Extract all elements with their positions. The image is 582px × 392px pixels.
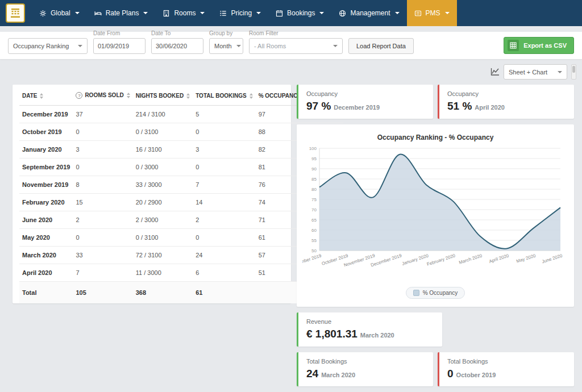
scrollbar[interactable] bbox=[571, 64, 576, 80]
group-by-field: Group by Month bbox=[209, 30, 243, 54]
card-title: Revenue bbox=[306, 318, 434, 325]
cell-date: March 2020 bbox=[19, 247, 73, 264]
cell-rooms_sold: 37 bbox=[73, 106, 132, 123]
cell-date: January 2020 bbox=[19, 141, 73, 159]
cell-date: October 2019 bbox=[19, 123, 73, 141]
chart-legend[interactable]: % Occupancy bbox=[406, 287, 465, 299]
cell-total_bookings: 0 bbox=[193, 159, 255, 176]
cell-rooms_sold: 0 bbox=[73, 229, 132, 247]
date-from-field: Date From bbox=[93, 30, 146, 54]
gears-icon bbox=[39, 10, 47, 17]
column-header-total-bookings[interactable]: TOTAL BOOKINGS bbox=[193, 86, 255, 106]
chart-line-icon bbox=[490, 68, 500, 76]
card-period: October 2019 bbox=[456, 372, 496, 378]
cell-nights_booked: 214 / 3100 bbox=[133, 106, 193, 123]
card-value: 51 % bbox=[447, 100, 472, 112]
cell-date: February 2020 bbox=[19, 194, 73, 211]
nav-item-rate-plans[interactable]: Rate Plans bbox=[87, 0, 156, 26]
date-from-input[interactable] bbox=[93, 38, 146, 54]
date-to-input[interactable] bbox=[151, 38, 203, 54]
revenue-cards-row: Revenue € 1,801.31March 2020 bbox=[297, 312, 574, 347]
column-header-label: % OCCUPANCY bbox=[259, 93, 301, 99]
nav-item-pms[interactable]: PMS bbox=[407, 0, 457, 26]
nav-item-management[interactable]: Management bbox=[331, 0, 406, 26]
export-csv-button[interactable]: Export as CSV bbox=[504, 37, 574, 54]
report-type-select[interactable]: Occupancy Ranking bbox=[8, 38, 88, 54]
nav-item-pricing[interactable]: Pricing bbox=[212, 0, 268, 26]
cell-total_bookings: 5 bbox=[193, 106, 255, 123]
cell-total_bookings: 0 bbox=[193, 123, 255, 141]
table-row: November 2019833 / 3000776€ 325.42 bbox=[19, 176, 343, 194]
cell-date: April 2020 bbox=[19, 264, 73, 282]
nav-item-rooms[interactable]: Rooms bbox=[155, 0, 212, 26]
column-header-nights-booked[interactable]: NIGHTS BOOKED bbox=[133, 86, 193, 106]
group-by-label: Group by bbox=[209, 30, 243, 36]
date-from-label: Date From bbox=[93, 30, 146, 36]
svg-text:90: 90 bbox=[311, 166, 317, 172]
cell-nights_booked: 16 / 3100 bbox=[133, 141, 193, 159]
table-row: June 202022 / 3000271€ 100.00 bbox=[19, 211, 343, 229]
help-icon[interactable]: ? bbox=[76, 92, 82, 99]
cell-nights_booked: 0 / 3100 bbox=[133, 123, 193, 141]
table-row: April 2020711 / 3000651€ 969.13 bbox=[19, 264, 343, 282]
card-title: Occupancy bbox=[306, 90, 425, 97]
column-header-label: DATE bbox=[22, 93, 37, 99]
svg-text:May 2020: May 2020 bbox=[516, 253, 537, 264]
cell-nights_booked: 0 / 3100 bbox=[133, 229, 193, 247]
chevron-down-icon bbox=[236, 45, 241, 47]
cell-rooms_sold: 0 bbox=[73, 159, 132, 176]
total-rooms_sold: 105 bbox=[73, 282, 132, 304]
column-header-label: NIGHTS BOOKED bbox=[136, 93, 184, 99]
cell-nights_booked: 2 / 3000 bbox=[133, 211, 193, 229]
nav-item-global[interactable]: Global bbox=[32, 0, 87, 26]
view-mode-select[interactable]: Sheet + Chart bbox=[504, 64, 567, 80]
cell-rooms_sold: 8 bbox=[73, 176, 132, 194]
load-report-button[interactable]: Load Report Data bbox=[348, 38, 414, 54]
sort-icon bbox=[127, 93, 130, 98]
chevron-down-icon bbox=[395, 12, 400, 14]
nav-item-label: Rate Plans bbox=[106, 9, 139, 17]
cell-date: May 2020 bbox=[19, 229, 73, 247]
export-csv-label: Export as CSV bbox=[523, 42, 567, 49]
cell-total_bookings: 7 bbox=[193, 176, 255, 194]
svg-text:65: 65 bbox=[311, 218, 317, 223]
svg-text:95: 95 bbox=[311, 156, 317, 161]
svg-text:February 2020: February 2020 bbox=[426, 253, 456, 267]
report-table-head-row: DATE?ROOMS SOLDNIGHTS BOOKEDTOTAL BOOKIN… bbox=[19, 86, 343, 106]
svg-text:70: 70 bbox=[311, 207, 317, 212]
cell-rooms_sold: 7 bbox=[73, 264, 132, 282]
legend-swatch-icon bbox=[413, 290, 419, 296]
nav-item-bookings[interactable]: Bookings bbox=[268, 0, 331, 26]
app-logo[interactable] bbox=[6, 3, 25, 23]
cell-date: December 2019 bbox=[19, 106, 73, 123]
svg-text:60: 60 bbox=[311, 228, 317, 233]
stat-card-occupancy-worst: Occupancy 51 %April 2020 bbox=[438, 85, 574, 119]
table-grid-icon bbox=[508, 40, 519, 51]
chevron-down-icon bbox=[75, 12, 80, 14]
svg-text:50: 50 bbox=[311, 248, 317, 253]
svg-text:April 2020: April 2020 bbox=[488, 253, 510, 264]
svg-text:55: 55 bbox=[311, 238, 317, 243]
column-header-rooms-sold[interactable]: ?ROOMS SOLD bbox=[73, 86, 132, 106]
stat-card-occupancy-best: Occupancy 97 %December 2019 bbox=[297, 85, 433, 119]
column-header-date[interactable]: DATE bbox=[19, 86, 73, 106]
date-to-label: Date To bbox=[151, 30, 203, 36]
table-row: March 20203372 / 31002457€ 1,801.31 bbox=[19, 247, 343, 264]
scrollbar-thumb[interactable] bbox=[572, 66, 575, 73]
svg-text:June 2020: June 2020 bbox=[541, 253, 563, 264]
group-by-select[interactable]: Month bbox=[209, 38, 243, 54]
cell-total_bookings: 6 bbox=[193, 264, 255, 282]
room-filter-select[interactable]: - All Rooms bbox=[249, 38, 343, 54]
nav-item-label: Bookings bbox=[287, 9, 315, 17]
report-table-body: December 201937214 / 3100597€ 368.85Octo… bbox=[19, 106, 343, 304]
cell-rooms_sold: 2 bbox=[73, 211, 132, 229]
cell-total_bookings: 0 bbox=[193, 229, 255, 247]
sort-icon bbox=[40, 93, 43, 99]
table-row: January 2020316 / 3100382€ 185.89 bbox=[19, 141, 343, 159]
chevron-down-icon bbox=[78, 45, 82, 47]
column-header-label: TOTAL BOOKINGS bbox=[196, 93, 246, 99]
card-period: April 2020 bbox=[475, 104, 505, 111]
list-icon bbox=[414, 10, 422, 17]
sort-icon bbox=[186, 93, 190, 99]
table-row: October 201900 / 3100088€ 0.00 bbox=[19, 123, 343, 141]
